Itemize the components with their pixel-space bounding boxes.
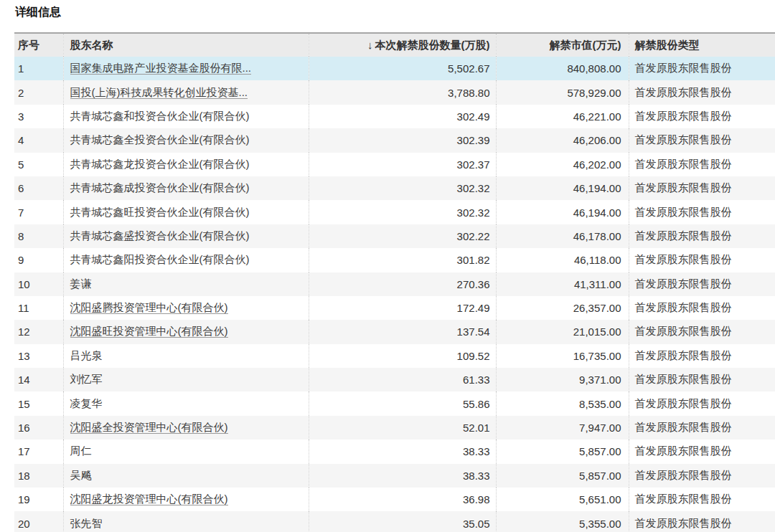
market-value-cell: 5,857.00 [496,440,629,463]
unlocked-shares-cell: 55.86 [309,391,496,415]
table-row: 8共青城芯鑫盛投资合伙企业(有限合伙)302.2246,178.00首发原股东限… [14,224,775,248]
share-type-cell: 首发原股东限售股份 [629,344,775,368]
table-row: 2国投(上海)科技成果转化创业投资基...3,788.80578,929.00首… [14,80,775,104]
index-cell: 12 [14,320,63,343]
shareholder-name-link[interactable]: 国投(上海)科技成果转化创业投资基... [70,86,248,99]
share-type-cell: 首发原股东限售股份 [629,488,775,511]
index-cell: 20 [14,511,63,532]
shareholder-name-cell: 沈阳盛腾投资管理中心(有限合伙) [63,296,309,320]
market-value-cell: 8,535.00 [496,391,629,415]
column-header-market-value: 解禁市值(万元) [496,33,629,57]
index-cell: 9 [14,248,63,272]
index-cell: 18 [14,464,63,488]
shareholder-name-link[interactable]: 沈阳盛旺投资管理中心(有限合伙) [70,325,228,338]
shareholder-name-text: 共青城芯鑫盛投资合伙企业(有限合伙) [70,229,250,242]
shareholder-name-cell: 国家集成电路产业投资基金股份有限... [63,57,309,80]
market-value-cell: 41,311.00 [496,272,629,296]
unlocked-shares-cell: 137.54 [309,320,496,343]
index-cell: 16 [14,416,63,440]
shareholder-name-link[interactable]: 沈阳盛龙投资管理中心(有限合伙) [70,493,228,505]
shareholder-name-text: 共青城芯鑫全投资合伙企业(有限合伙) [70,133,250,146]
shareholder-name-cell: 共青城芯鑫成投资合伙企业(有限合伙) [63,176,309,200]
table-row: 14刘忆军61.339,371.00首发原股东限售股份 [14,368,775,391]
index-cell: 10 [14,272,63,296]
shareholder-name-link[interactable]: 国家集成电路产业投资基金股份有限... [70,62,252,75]
unlocked-shares-cell: 270.36 [309,272,496,296]
unlocked-shares-cell: 36.98 [309,488,496,511]
shareholder-name-cell: 共青城芯鑫和投资合伙企业(有限合伙) [63,105,309,128]
unlocked-shares-cell: 302.22 [309,224,496,248]
header-row: 序号 股东名称 ↓本次解禁股份数量(万股) 解禁市值(万元) 解禁股份类型 [14,33,775,57]
index-cell: 15 [14,391,63,415]
shareholder-name-link[interactable]: 沈阳盛腾投资管理中心(有限合伙) [70,301,228,314]
shareholder-name-text: 吴飚 [70,469,92,481]
unlocked-shares-cell: 172.49 [309,296,496,320]
share-type-cell: 首发原股东限售股份 [629,272,775,296]
column-header-shareholder-name: 股东名称 [63,33,309,57]
share-type-cell: 首发原股东限售股份 [629,224,775,248]
shareholder-name-cell: 共青城芯鑫阳投资合伙企业(有限合伙) [63,248,309,272]
unlocked-shares-cell: 302.49 [309,105,496,128]
shareholder-name-cell: 凌复华 [63,391,309,415]
table-row: 17周仁38.335,857.00首发原股东限售股份 [14,440,775,463]
shareholder-name-cell: 共青城芯鑫旺投资合伙企业(有限合伙) [63,200,309,224]
shareholder-name-text: 共青城芯鑫旺投资合伙企业(有限合伙) [70,206,250,218]
shareholder-name-cell: 吴飚 [63,464,309,488]
table-row: 10姜谦270.3641,311.00首发原股东限售股份 [14,272,775,296]
market-value-cell: 26,357.00 [496,296,629,320]
share-type-cell: 首发原股东限售股份 [629,80,775,104]
unlocked-shares-cell: 301.82 [309,248,496,272]
table-row: 18吴飚38.335,857.00首发原股东限售股份 [14,464,775,488]
shareholder-name-cell: 沈阳盛全投资管理中心(有限合伙) [63,416,309,440]
unlocked-shares-cell: 109.52 [309,344,496,368]
index-cell: 17 [14,440,63,463]
shareholder-name-text: 周仁 [70,445,92,457]
unlocked-shares-cell: 35.05 [309,511,496,532]
table-row: 7共青城芯鑫旺投资合伙企业(有限合伙)302.3246,194.00首发原股东限… [14,200,775,224]
shareholder-name-cell: 共青城芯鑫盛投资合伙企业(有限合伙) [63,224,309,248]
index-cell: 19 [14,488,63,511]
table-row: 19沈阳盛龙投资管理中心(有限合伙)36.985,651.00首发原股东限售股份 [14,488,775,511]
shareholder-name-text: 共青城芯鑫和投资合伙企业(有限合伙) [70,110,250,122]
shareholder-name-text: 共青城芯鑫成投资合伙企业(有限合伙) [70,181,250,194]
column-header-shareholder-name-label: 股东名称 [70,39,113,51]
index-cell: 5 [14,153,63,176]
shareholder-name-cell: 刘忆军 [63,368,309,391]
unlocked-shares-cell: 302.32 [309,176,496,200]
market-value-cell: 21,015.00 [496,320,629,343]
share-type-cell: 首发原股东限售股份 [629,153,775,176]
shareholder-name-cell: 国投(上海)科技成果转化创业投资基... [63,80,309,104]
shareholder-name-cell: 姜谦 [63,272,309,296]
column-header-share-type: 解禁股份类型 [629,33,775,57]
share-type-cell: 首发原股东限售股份 [629,248,775,272]
table-row: 12沈阳盛旺投资管理中心(有限合伙)137.5421,015.00首发原股东限售… [14,320,775,343]
shareholder-name-text: 共青城芯鑫龙投资合伙企业(有限合伙) [70,158,250,170]
index-cell: 11 [14,296,63,320]
market-value-cell: 46,118.00 [496,248,629,272]
shareholder-name-link[interactable]: 沈阳盛全投资管理中心(有限合伙) [70,421,228,434]
share-type-cell: 首发原股东限售股份 [629,511,775,532]
table-row: 5共青城芯鑫龙投资合伙企业(有限合伙)302.3746,202.00首发原股东限… [14,153,775,176]
column-header-unlocked-shares-label: 本次解禁股份数量(万股) [375,39,490,51]
shareholder-name-cell: 周仁 [63,440,309,463]
table-body: 1国家集成电路产业投资基金股份有限...5,502.67840,808.00首发… [14,57,775,532]
table-row: 4共青城芯鑫全投资合伙企业(有限合伙)302.3946,206.00首发原股东限… [14,128,775,152]
column-header-index: 序号 [14,33,63,57]
index-cell: 7 [14,200,63,224]
share-type-cell: 首发原股东限售股份 [629,320,775,343]
page-title: 详细信息 [15,6,775,19]
unlocked-shares-cell: 302.37 [309,153,496,176]
table-row: 9共青城芯鑫阳投资合伙企业(有限合伙)301.8246,118.00首发原股东限… [14,248,775,272]
shareholder-name-text: 刘忆军 [70,373,103,385]
shareholder-name-text: 姜谦 [70,277,92,290]
table-row: 11沈阳盛腾投资管理中心(有限合伙)172.4926,357.00首发原股东限售… [14,296,775,320]
shareholder-name-text: 张先智 [70,517,103,529]
column-header-unlocked-shares[interactable]: ↓本次解禁股份数量(万股) [309,33,496,57]
shareholder-name-cell: 共青城芯鑫全投资合伙企业(有限合伙) [63,128,309,152]
market-value-cell: 16,735.00 [496,344,629,368]
share-type-cell: 首发原股东限售股份 [629,416,775,440]
sort-descending-icon: ↓ [367,39,373,51]
table-row: 3共青城芯鑫和投资合伙企业(有限合伙)302.4946,221.00首发原股东限… [14,105,775,128]
shareholder-name-cell: 沈阳盛旺投资管理中心(有限合伙) [63,320,309,343]
index-cell: 2 [14,80,63,104]
